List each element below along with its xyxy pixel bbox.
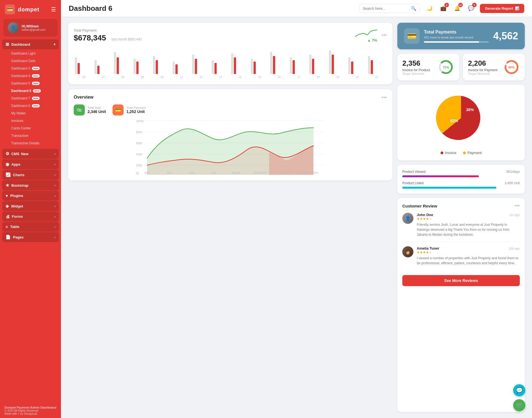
header: Dashboard 6 🔍 🌙 💼 2 🔔 12 💬 5 Generate Re… <box>61 0 532 17</box>
bar-gray-10 <box>270 52 272 74</box>
svg-text:October: October <box>281 171 291 174</box>
sidebar-item-apps[interactable]: ◉ Apps › <box>2 159 59 169</box>
chevron-right-icon: › <box>54 215 55 218</box>
logo-text: dompet <box>18 6 39 13</box>
sidebar-item-my-wallet[interactable]: My Wallet <box>2 110 59 117</box>
chevron-right-icon: › <box>54 163 55 166</box>
bar-red-6 <box>195 59 197 74</box>
notification-button[interactable]: 🔔 12 <box>452 3 462 13</box>
invoice-payment-number: 2,206 <box>468 59 499 68</box>
sidebar-item-dashboard[interactable]: ⊞ Dashboard ▾ <box>2 39 59 49</box>
trend-sparkline <box>355 28 377 38</box>
dashboard-sub-items: Dashboard Light Dashboard Dark Dashboard… <box>2 50 59 149</box>
product-listed-label: Product Listed <box>402 181 424 185</box>
sidebar-item-bootstrap[interactable]: ★ Bootstrap › <box>2 180 59 190</box>
theme-toggle-button[interactable]: 🌙 <box>424 3 434 13</box>
total-payment-icon: 💳 <box>112 104 124 116</box>
footer-made-with: Made with ♥ by DexignLab <box>4 412 57 415</box>
chat-button[interactable]: 💬 5 <box>466 3 476 13</box>
invoice-dot <box>441 152 443 154</box>
sidebar-item-invoices[interactable]: Invoices <box>2 117 59 124</box>
generate-report-button[interactable]: Generate Report 📊 <box>480 4 524 13</box>
sidebar-item-dashboard-7[interactable]: Dashboard 7New <box>2 95 59 102</box>
review-more-options[interactable]: ••• <box>515 203 520 209</box>
bar-group-1 <box>94 60 112 74</box>
reviewer-avatar-1: 👤 <box>402 213 413 224</box>
invoice-product-target: Target 3k/month <box>402 72 434 75</box>
forms-icon: 🖨 <box>6 214 10 219</box>
sidebar-item-plugins[interactable]: ♥ Plugins › <box>2 191 59 201</box>
content-grid: Total Payment $678,345 last month $563,4… <box>61 17 532 418</box>
bar-label-6: 12 <box>192 76 210 79</box>
product-viewed-label: Product Viewed <box>402 170 426 174</box>
wallet-button[interactable]: 💼 2 <box>438 3 448 13</box>
bar-red-13 <box>332 55 334 74</box>
sidebar-item-cms[interactable]: ⚙ CMS New › <box>2 149 59 159</box>
sidebar-item-dashboard-5[interactable]: Dashboard 5New <box>2 80 59 87</box>
chevron-right-icon: › <box>54 152 55 155</box>
bar-red-14 <box>351 61 353 74</box>
bar-gray-6 <box>192 55 194 74</box>
sidebar-item-widget[interactable]: ◈ Widget › <box>2 201 59 211</box>
sidebar-item-forms[interactable]: 🖨 Forms › <box>2 212 59 221</box>
sidebar-item-table[interactable]: ≡ Table › <box>2 222 59 232</box>
bootstrap-icon: ★ <box>6 183 9 188</box>
apps-icon: ◉ <box>6 162 9 167</box>
search-input[interactable] <box>363 6 409 11</box>
support-float-button[interactable]: 💬 <box>513 384 525 396</box>
reviewer-stars-1: ★★★★★ <box>417 217 520 221</box>
bar-group-10 <box>270 52 288 74</box>
sidebar-item-charts[interactable]: 📈 Charts › <box>2 170 59 180</box>
overview-title: Overview <box>74 95 93 100</box>
review-card-title: Customer Review <box>402 204 437 208</box>
cart-float-button[interactable]: 🛒 <box>513 399 525 411</box>
chart-bar-icon: 📊 <box>515 6 519 11</box>
sidebar-item-dashboard-3[interactable]: Dashboard 3New <box>2 65 59 72</box>
sidebar-item-dashboard-6[interactable]: Dashboard 6New <box>2 87 59 94</box>
bar-group-14 <box>348 57 366 74</box>
sidebar-item-dashboard-8[interactable]: Dashboard 8New <box>2 102 59 109</box>
bar-label-11: 17 <box>290 76 308 79</box>
svg-text:600k: 600k <box>136 142 142 145</box>
trend-up-icon: ▲ <box>367 38 371 42</box>
svg-text:August: August <box>231 171 240 174</box>
footer-app-name: Dompet Payment Admin Dashboard <box>4 406 57 409</box>
svg-text:April: April <box>144 171 150 174</box>
invoice-payment-donut: 90% <box>503 59 520 75</box>
total-payment-stat: 💳 Total Payment 1,252 Unit <box>112 104 146 116</box>
bar-gray-3 <box>134 59 136 74</box>
bar-gray-8 <box>231 53 233 74</box>
banner-sub: 431 more to break last month record <box>424 36 489 39</box>
total-payments-banner: 💳 Total Payments 431 more to break last … <box>397 23 525 49</box>
invoice-product-donut: 71% <box>438 59 454 75</box>
chevron-right-icon: › <box>54 204 55 208</box>
bar-label-2: 08 <box>114 76 132 79</box>
more-options-button[interactable]: ••• <box>382 32 387 38</box>
see-more-reviews-button[interactable]: See More Reviews <box>402 275 520 286</box>
sidebar-item-dashboard-dark[interactable]: Dashboard Dark <box>2 57 59 65</box>
hamburger-button[interactable]: ☰ <box>51 6 56 13</box>
svg-text:Dec.: Dec. <box>313 171 319 174</box>
banner-title: Total Payments <box>424 30 489 35</box>
pie-legend: Invoice Payment <box>403 151 519 155</box>
bar-label-15: 21 <box>368 76 386 79</box>
invoice-payment-label: Invoice for Payment <box>468 68 499 72</box>
invoice-product-card: 2,356 Invoice for Product Target 3k/mont… <box>397 54 459 80</box>
invoice-payment-card: 2,206 Invoice for Payment Target 3k/mont… <box>463 54 525 80</box>
sidebar-item-pages[interactable]: 📄 Pages › <box>2 232 59 242</box>
sidebar-item-transaction-details[interactable]: Transaction Details <box>2 140 59 147</box>
sidebar-item-dashboard-4[interactable]: Dashboard 4New <box>2 72 59 80</box>
bar-red-0 <box>78 63 80 74</box>
sidebar-item-dashboard-light[interactable]: Dashboard Light <box>2 50 59 57</box>
search-icon[interactable]: 🔍 <box>411 6 416 11</box>
bar-gray-14 <box>348 57 351 74</box>
svg-text:0k: 0k <box>136 172 139 175</box>
footer-rights: © 2023 All Rights Reserved <box>4 409 57 412</box>
svg-text:200k: 200k <box>136 164 142 167</box>
sidebar-item-cards-center[interactable]: Cards Center <box>2 125 59 132</box>
overview-more-options[interactable]: ••• <box>382 95 387 101</box>
sidebar-item-transaction[interactable]: Transaction <box>2 132 59 139</box>
dashboard-icon: ⊞ <box>6 42 9 47</box>
chevron-right-icon: › <box>54 184 55 187</box>
bar-gray-5 <box>173 61 175 74</box>
